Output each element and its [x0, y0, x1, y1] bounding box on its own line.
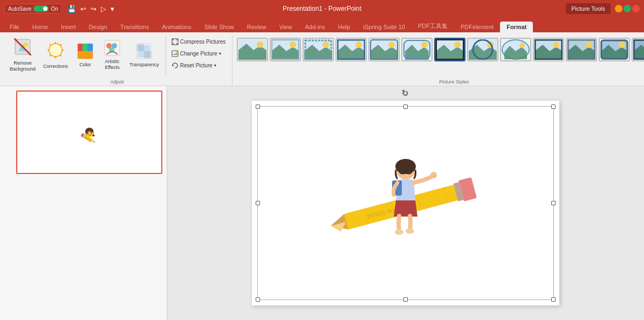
color-label: Color — [79, 62, 91, 67]
artistic-effects-button[interactable]: ArtisticEffects — [99, 36, 125, 74]
tab-addins[interactable]: Add-ins — [298, 22, 331, 32]
slide-thumbnail[interactable]: 👧 ✏️ — [16, 91, 162, 174]
svg-point-58 — [586, 41, 592, 48]
svg-point-43 — [421, 41, 428, 48]
compress-pictures-button[interactable]: Compress Pictures — [169, 36, 228, 47]
remove-bg-icon — [14, 38, 31, 59]
tab-animations[interactable]: Animations — [155, 22, 197, 32]
close-button[interactable] — [632, 5, 640, 12]
selected-image-container: PENCIL No.2 — [257, 106, 554, 300]
change-picture-button[interactable]: Change Picture ▾ — [169, 47, 228, 59]
color-button[interactable]: Color — [72, 36, 98, 74]
redo-icon[interactable]: ↪ — [90, 4, 98, 14]
corrections-button[interactable]: Corrections — [40, 36, 71, 74]
tab-transitions[interactable]: Transitions — [114, 22, 155, 32]
handle-top-center[interactable] — [403, 105, 408, 109]
picture-style-11[interactable] — [566, 38, 597, 61]
maximize-button[interactable] — [624, 5, 631, 12]
divider — [166, 37, 166, 74]
main-image-svg: PENCIL No.2 — [311, 128, 500, 279]
tab-format[interactable]: Format — [500, 22, 533, 32]
tab-pdf-tools[interactable]: PDF工具集 — [412, 20, 454, 32]
svg-rect-14 — [83, 44, 87, 51]
remove-background-button[interactable]: RemoveBackground — [6, 36, 39, 74]
handle-top-right[interactable] — [551, 105, 556, 109]
picture-tools-label: Picture Tools — [566, 3, 611, 14]
svg-point-88 — [406, 228, 414, 234]
compress-pictures-label: Compress Pictures — [180, 39, 225, 45]
compress-icon — [172, 38, 179, 45]
svg-line-11 — [60, 55, 61, 56]
adjust-group-label: Adjust — [111, 79, 124, 85]
picture-style-8[interactable] — [467, 38, 498, 61]
slides-panel: 1 👧 ✏️ — [0, 86, 167, 320]
change-picture-icon — [172, 50, 179, 57]
autosave-state: On — [51, 6, 58, 12]
handle-mid-right[interactable] — [551, 201, 556, 205]
svg-rect-24 — [138, 45, 150, 58]
tab-help[interactable]: Help — [332, 22, 357, 32]
picture-style-7[interactable] — [434, 38, 465, 61]
slide-wrapper: PENCIL No.2 — [252, 101, 559, 305]
rotation-handle[interactable] — [403, 92, 408, 96]
window-controls — [615, 5, 640, 12]
tab-file[interactable]: File — [3, 22, 26, 32]
picture-styles-row: ▲ ▼ ≡ — [237, 36, 644, 64]
corrections-label: Corrections — [43, 64, 68, 69]
tab-view[interactable]: View — [273, 22, 299, 32]
tab-ispring[interactable]: iSpring Suite 10 — [357, 22, 412, 32]
tab-pdfelement[interactable]: PDFelement — [454, 22, 500, 32]
picture-style-9[interactable] — [500, 38, 531, 61]
remove-background-label: RemoveBackground — [10, 60, 36, 72]
adjust-small-buttons: Compress Pictures Change Picture ▾ — [169, 36, 228, 71]
autosave-toggle[interactable]: AutoSave On — [4, 4, 62, 13]
slide-mini-image: 👧 ✏️ — [83, 126, 95, 138]
svg-point-31 — [290, 41, 296, 48]
slide-canvas[interactable]: PENCIL No.2 — [252, 101, 559, 305]
minimize-button[interactable] — [615, 5, 622, 12]
handle-bottom-right[interactable] — [551, 297, 556, 302]
svg-line-10 — [50, 55, 51, 56]
picture-style-2[interactable] — [270, 38, 301, 61]
svg-point-34 — [323, 41, 329, 48]
svg-point-55 — [553, 41, 559, 48]
picture-style-4[interactable] — [335, 38, 367, 61]
handle-bottom-center[interactable] — [403, 297, 408, 302]
tab-review[interactable]: Review — [241, 22, 273, 32]
quick-access-toolbar: 💾 ↩ ↪ ▷ ▾ — [66, 4, 115, 14]
handle-top-left[interactable] — [256, 105, 260, 109]
picture-style-5[interactable] — [368, 38, 400, 61]
picture-style-13[interactable] — [632, 38, 644, 61]
svg-point-86 — [430, 172, 437, 178]
customize-icon[interactable]: ▾ — [109, 4, 115, 14]
handle-bottom-left[interactable] — [256, 297, 260, 302]
reset-picture-arrow: ▾ — [214, 63, 216, 68]
svg-point-46 — [454, 41, 461, 48]
transparency-button[interactable]: Transparency — [126, 36, 162, 74]
save-icon[interactable]: 💾 — [66, 4, 77, 14]
svg-line-9 — [60, 44, 61, 45]
autosave-switch[interactable] — [33, 5, 49, 12]
picture-style-12[interactable] — [599, 38, 630, 61]
picture-style-10[interactable] — [533, 38, 564, 61]
tab-slideshow[interactable]: Slide Show — [198, 22, 241, 32]
reset-picture-button[interactable]: Reset Picture ▾ — [169, 59, 228, 71]
handle-mid-left[interactable] — [256, 201, 260, 205]
tab-home[interactable]: Home — [26, 22, 54, 32]
ribbon-group-adjust: RemoveBackground Cor — [2, 34, 232, 86]
svg-rect-26 — [172, 51, 178, 57]
svg-point-37 — [355, 41, 362, 48]
undo-icon[interactable]: ↩ — [79, 4, 87, 14]
svg-line-8 — [50, 44, 51, 45]
transparency-label: Transparency — [129, 62, 159, 67]
tab-insert[interactable]: Insert — [54, 22, 83, 32]
picture-style-1[interactable] — [237, 38, 268, 61]
main-content: 1 👧 ✏️ — [0, 86, 644, 320]
picture-style-6[interactable] — [401, 38, 433, 61]
ribbon: RemoveBackground Cor — [0, 32, 644, 86]
picture-style-3[interactable] — [303, 38, 334, 61]
ribbon-tabs: File Home Insert Design Transitions Anim… — [0, 17, 644, 32]
present-icon[interactable]: ▷ — [100, 4, 107, 14]
tab-design[interactable]: Design — [83, 22, 114, 32]
corrections-icon — [47, 41, 64, 62]
